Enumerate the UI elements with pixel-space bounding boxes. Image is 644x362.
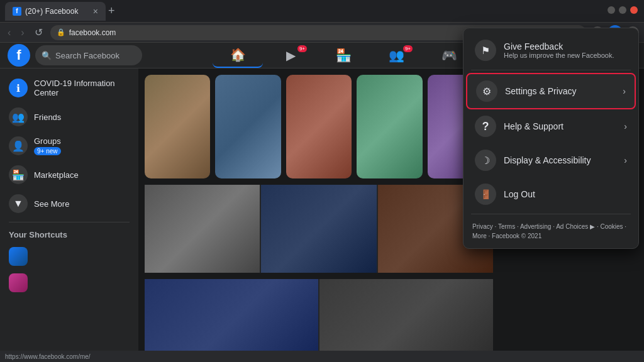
help-text: Help & Support: [504, 121, 616, 131]
story-card-4[interactable]: [357, 75, 422, 178]
fb-logo[interactable]: f: [8, 44, 30, 67]
shortcut-item-1[interactable]: [3, 243, 136, 270]
groups-badge: 9+: [403, 45, 413, 52]
minimize-btn[interactable]: [608, 6, 615, 14]
settings-arrow: ›: [623, 86, 626, 96]
back-btn[interactable]: ‹: [5, 26, 13, 40]
settings-icon: ⚙: [476, 80, 497, 102]
covid-label: COVID-19 Information Center: [34, 79, 130, 97]
help-icon: ?: [475, 116, 496, 137]
logout-icon: 🚪: [475, 184, 496, 205]
groups-new-badge: 9+ new: [34, 147, 61, 155]
groups-info: Groups 9+ new: [34, 136, 61, 155]
footer-text: Privacy · Terms · Advertising · Ad Choic…: [472, 223, 626, 239]
close-btn[interactable]: [630, 6, 638, 14]
watch-icon: ▶: [286, 48, 296, 63]
nav-groups[interactable]: 👥 9+: [371, 43, 421, 68]
dropdown-give-feedback[interactable]: ⚑ Give Feedback Help us improve the new …: [466, 33, 636, 67]
home-icon: 🏠: [230, 47, 246, 62]
sidebar-item-covid[interactable]: ℹ COVID-19 Information Center: [3, 74, 136, 102]
post-img-1b: [261, 185, 376, 273]
maximize-btn[interactable]: [619, 6, 626, 14]
groups-sidebar-icon: 👤: [9, 136, 28, 155]
story-row: [145, 75, 493, 178]
status-bar: https://www.facebook.com/me/: [0, 351, 644, 362]
lock-icon: 🔒: [57, 28, 65, 36]
seemore-label: See More: [34, 199, 69, 209]
feedback-icon: ⚑: [475, 40, 496, 61]
feedback-subtitle: Help us improve the new Facebook.: [504, 52, 627, 59]
sidebar-item-marketplace[interactable]: 🏪 Marketplace: [3, 160, 136, 189]
reload-btn[interactable]: ↺: [32, 25, 45, 40]
new-tab-btn[interactable]: +: [108, 4, 115, 18]
story-img-1: [145, 75, 210, 178]
story-img-3: [286, 75, 352, 178]
friends-icon: 👥: [9, 107, 28, 126]
marketplace-icon: 🏪: [336, 48, 352, 63]
dropdown-footer: Privacy · Terms · Advertising · Ad Choic…: [464, 217, 638, 243]
nav-marketplace[interactable]: 🏪: [318, 43, 369, 68]
sidebar-item-seemore[interactable]: ▼ See More: [3, 189, 136, 218]
nav-home[interactable]: 🏠: [213, 43, 263, 68]
post-img-row-2: [145, 279, 493, 362]
settings-text: Settings & Privacy: [505, 86, 615, 96]
fb-feed: 🎥 Live Video 🖼 Photo/Video 😊 Feeling/Act…: [138, 69, 499, 362]
story-card-2[interactable]: [215, 75, 280, 178]
settings-title: Settings & Privacy: [505, 86, 615, 96]
display-text: Display & Accessibility: [504, 155, 616, 165]
groups-icon: 👥: [389, 48, 404, 63]
search-icon: 🔍: [42, 51, 52, 60]
post-img-row-1: [145, 185, 493, 273]
tab-title: (20+) Facebook: [25, 7, 78, 16]
dropdown-settings-privacy[interactable]: ⚙ Settings & Privacy ›: [466, 73, 636, 109]
dropdown-divider-2: [471, 214, 631, 214]
shortcut-item-2[interactable]: [3, 270, 136, 296]
story-img-2: [215, 75, 280, 178]
search-placeholder: Search Facebook: [55, 51, 119, 60]
shortcuts-title: Your Shortcuts: [3, 226, 136, 243]
browser-chrome: f (20+) Facebook × +: [0, 0, 644, 23]
feedback-text: Give Feedback Help us improve the new Fa…: [504, 41, 627, 59]
feed-post-1: [145, 185, 493, 273]
display-arrow: ›: [624, 155, 627, 165]
marketplace-label: Marketplace: [34, 170, 79, 180]
help-title: Help & Support: [504, 121, 616, 131]
url-text: facebook.com: [69, 28, 116, 37]
fb-sidebar: ℹ COVID-19 Information Center 👥 Friends …: [0, 69, 138, 362]
shortcut2-icon: [9, 273, 28, 292]
tab-bar: f (20+) Facebook × +: [5, 0, 115, 23]
feed-post-2: [145, 279, 493, 362]
feedback-title: Give Feedback: [504, 41, 627, 52]
shortcut1-icon: [9, 247, 28, 266]
display-icon: ☽: [475, 150, 496, 171]
chevron-icon: ▼: [9, 194, 28, 213]
tab-close-btn[interactable]: ×: [93, 6, 98, 16]
logout-title: Log Out: [504, 189, 627, 199]
story-img-4: [357, 75, 422, 178]
sidebar-divider: [9, 222, 130, 222]
groups-label: Groups: [34, 136, 61, 146]
tab-favicon: f: [13, 7, 21, 16]
forward-btn[interactable]: ›: [18, 26, 26, 40]
display-title: Display & Accessibility: [504, 155, 616, 165]
story-card-1[interactable]: [145, 75, 210, 178]
account-dropdown-menu: ⚑ Give Feedback Help us improve the new …: [463, 28, 639, 249]
post-img-1a: [145, 185, 260, 273]
covid-icon: ℹ: [9, 79, 28, 97]
dropdown-help-support[interactable]: ? Help & Support ›: [466, 109, 636, 143]
dropdown-display-accessibility[interactable]: ☽ Display & Accessibility ›: [466, 143, 636, 177]
fb-search[interactable]: 🔍 Search Facebook: [35, 45, 142, 65]
story-card-3[interactable]: [286, 75, 352, 178]
gaming-icon: 🎮: [441, 48, 457, 63]
nav-watch[interactable]: ▶ 9+: [265, 43, 316, 68]
active-tab[interactable]: f (20+) Facebook ×: [5, 2, 106, 21]
help-arrow: ›: [624, 121, 627, 131]
sidebar-item-friends[interactable]: 👥 Friends: [3, 102, 136, 131]
marketplace-sidebar-icon: 🏪: [9, 165, 28, 184]
sidebar-item-groups[interactable]: 👤 Groups 9+ new: [3, 131, 136, 160]
watch-badge: 9+: [297, 45, 307, 52]
status-url: https://www.facebook.com/me/: [5, 353, 91, 360]
dropdown-divider-1: [471, 70, 631, 70]
dropdown-logout[interactable]: 🚪 Log Out: [466, 177, 636, 211]
window-controls: [608, 6, 638, 14]
